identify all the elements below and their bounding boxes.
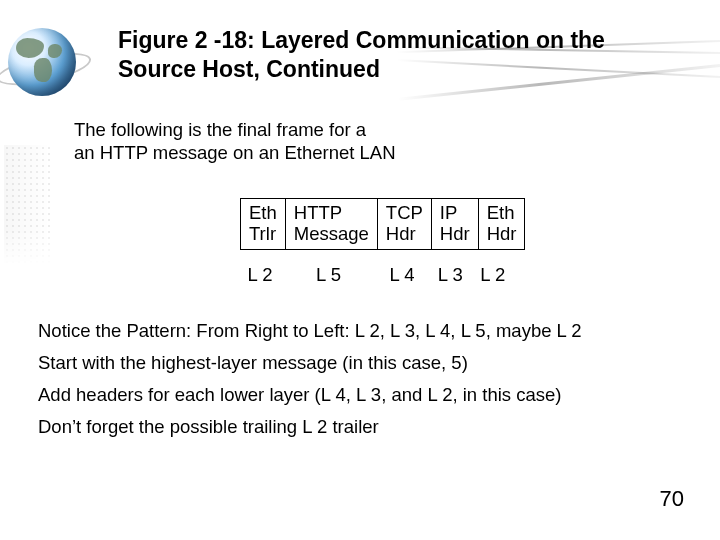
title-line-2: Source Host, Continued <box>118 56 380 82</box>
title-line-1: Figure 2 -18: Layered Communication on t… <box>118 27 605 53</box>
intro-text: The following is the final frame for a a… <box>74 118 574 164</box>
frame-cell-eth-hdr: Eth Hdr <box>478 199 525 250</box>
layer-label: L 2 <box>240 264 280 286</box>
layer-labels-row: L 2 L 5 L 4 L 3 L 2 <box>240 264 525 286</box>
layer-label: L 4 <box>377 264 427 286</box>
frame-cell-ip-hdr: IP Hdr <box>431 199 478 250</box>
body-line-3: Add headers for each lower layer (L 4, L… <box>38 384 688 406</box>
frame-table: Eth Trlr HTTP Message TCP Hdr IP Hdr Eth… <box>240 198 525 250</box>
body-line-1: Notice the Pattern: From Right to Left: … <box>38 320 688 342</box>
intro-line-2: an HTTP message on an Ethernet LAN <box>74 142 396 163</box>
decorative-side-dots <box>4 145 50 265</box>
intro-line-1: The following is the final frame for a <box>74 119 366 140</box>
layer-label: L 5 <box>284 264 372 286</box>
body-line-2: Start with the highest-layer message (in… <box>38 352 688 374</box>
frame-cell-eth-trlr: Eth Trlr <box>241 199 286 250</box>
layer-label: L 2 <box>474 264 512 286</box>
slide-title: Figure 2 -18: Layered Communication on t… <box>118 26 658 84</box>
body-line-4: Don’t forget the possible trailing L 2 t… <box>38 416 688 438</box>
frame-cell-http-message: HTTP Message <box>285 199 377 250</box>
layer-label: L 3 <box>431 264 469 286</box>
frame-diagram: Eth Trlr HTTP Message TCP Hdr IP Hdr Eth… <box>240 198 525 286</box>
page-number: 70 <box>660 486 684 512</box>
frame-cell-tcp-hdr: TCP Hdr <box>377 199 431 250</box>
globe-icon <box>0 10 100 110</box>
